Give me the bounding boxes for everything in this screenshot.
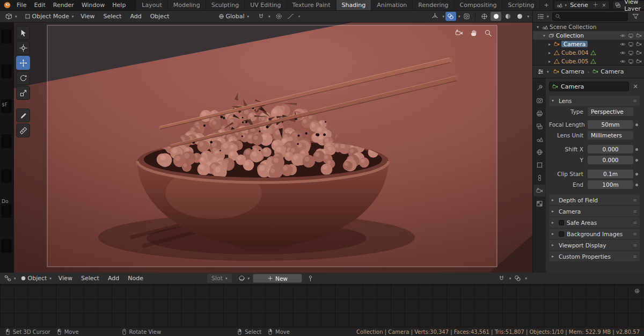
expand-icon[interactable]: ▸ <box>547 42 552 47</box>
new-material-button[interactable]: New <box>253 274 302 283</box>
editor-type-button[interactable]: ▾ <box>536 12 550 20</box>
snapping-dropdown[interactable]: ▾ <box>509 276 511 281</box>
view-layer-selector[interactable]: View Layer ✕ <box>612 1 644 10</box>
tab-view-layer[interactable] <box>533 120 545 132</box>
xray-toggle[interactable] <box>461 12 472 21</box>
background-images-panel-header[interactable]: ▸ Background Images ≡ <box>549 229 640 239</box>
menu-file[interactable]: File <box>13 1 30 10</box>
focal-length-field[interactable]: 50mm <box>588 120 633 129</box>
expand-icon[interactable]: ▸ <box>547 59 552 64</box>
search-input[interactable] <box>563 13 625 19</box>
outliner-row-camera[interactable]: ▸ Camera <box>533 40 644 48</box>
scene-selector[interactable]: ▾ Scene ✕ <box>554 1 610 10</box>
tab-rendering[interactable]: Rendering <box>413 0 454 10</box>
panel-grip-icon[interactable]: ≡ <box>633 254 637 259</box>
shift-y-field[interactable]: 0.000 <box>588 156 633 164</box>
camera-view-icon[interactable] <box>454 28 464 38</box>
select-box-tool[interactable] <box>16 26 30 40</box>
tab-modeling[interactable]: Modeling <box>168 0 206 10</box>
shading-rendered-button[interactable] <box>514 12 525 21</box>
viewport-3d[interactable]: $F Do <box>0 23 532 273</box>
tab-constraints[interactable] <box>533 172 545 184</box>
proportional-editing-toggle[interactable] <box>274 12 284 21</box>
rotate-tool[interactable] <box>16 71 30 85</box>
panel-grip-icon[interactable]: ≡ <box>633 198 637 203</box>
viewport-menu-object[interactable]: Object <box>147 12 173 21</box>
move-tool[interactable] <box>16 56 30 70</box>
clip-end-field[interactable]: 100m <box>588 180 633 189</box>
disable-render-icon[interactable] <box>636 50 642 56</box>
lens-panel-header[interactable]: ▾ Lens ≡ <box>549 96 640 106</box>
disable-viewport-icon[interactable] <box>628 33 634 39</box>
hide-eye-icon[interactable] <box>620 41 626 47</box>
menu-help[interactable]: Help <box>108 1 129 10</box>
pan-hand-icon[interactable] <box>469 28 478 38</box>
tab-texture-paint[interactable]: Texture Paint <box>287 0 336 10</box>
shader-menu-add[interactable]: Add <box>104 274 123 283</box>
menu-render[interactable]: Render <box>49 1 78 10</box>
filter-icon[interactable] <box>630 12 641 21</box>
shift-x-field[interactable]: 0.000 <box>588 145 633 154</box>
expand-sidebar-button[interactable]: ⊕ <box>634 287 640 295</box>
editor-type-button[interactable]: ▾ <box>3 274 17 282</box>
disable-viewport-icon[interactable] <box>628 50 634 56</box>
outliner-row-cube005[interactable]: ▸ Cube.005 <box>533 57 644 65</box>
overlays-dropdown[interactable]: ▾ <box>458 14 460 19</box>
tab-layout[interactable]: Layout <box>136 0 167 10</box>
panel-grip-icon[interactable]: ≡ <box>633 209 637 214</box>
unlink-data-button[interactable]: ✕ <box>631 83 640 90</box>
animate-dot[interactable] <box>633 173 640 176</box>
clip-start-field[interactable]: 0.1m <box>588 170 633 178</box>
annotate-tool[interactable] <box>16 108 30 122</box>
hide-eye-icon[interactable] <box>620 33 626 39</box>
shader-menu-view[interactable]: View <box>55 274 76 283</box>
hide-eye-icon[interactable] <box>620 59 626 64</box>
disable-render-icon[interactable] <box>636 41 642 47</box>
menu-window[interactable]: Window <box>78 1 108 10</box>
animate-dot[interactable] <box>633 159 640 162</box>
safe-areas-panel-header[interactable]: ▸ Safe Areas ≡ <box>549 217 640 228</box>
expand-icon[interactable]: ▸ <box>547 50 552 55</box>
tab-scripting[interactable]: Scripting <box>502 0 540 10</box>
tab-output[interactable] <box>533 107 545 119</box>
editor-type-button[interactable]: ▾ <box>536 68 550 76</box>
zoom-icon[interactable] <box>483 28 493 38</box>
viewport-menu-add[interactable]: Add <box>126 12 145 21</box>
panel-grip-icon[interactable]: ≡ <box>633 98 637 104</box>
tab-compositing[interactable]: Compositing <box>455 0 503 10</box>
browse-material-button[interactable]: ▾ <box>236 274 252 282</box>
pin-button[interactable] <box>305 274 316 283</box>
overlays-dropdown[interactable]: ▾ <box>525 276 527 281</box>
panel-grip-icon[interactable]: ≡ <box>633 231 637 237</box>
outliner-search[interactable] <box>552 12 628 21</box>
overlays-toggle[interactable] <box>512 274 523 283</box>
tab-animation[interactable]: Animation <box>371 0 413 10</box>
outliner-row-scene-collection[interactable]: ▾ Scene Collection <box>533 23 644 31</box>
expand-icon[interactable]: ▾ <box>541 33 547 38</box>
viewport-canvas[interactable] <box>0 23 532 273</box>
viewport-menu-select[interactable]: Select <box>99 12 125 21</box>
panel-grip-icon[interactable]: ≡ <box>633 220 637 225</box>
breadcrumb-data[interactable]: Camera <box>590 68 626 76</box>
shading-dropdown[interactable]: ▾ <box>527 14 529 19</box>
lens-type-dropdown[interactable]: Perspective <box>588 107 633 116</box>
gizmos-dropdown[interactable]: ▾ <box>442 14 444 19</box>
tab-scene[interactable] <box>533 133 545 145</box>
depth-of-field-panel-header[interactable]: ▸Depth of Field ≡ <box>549 195 640 205</box>
camera-panel-header[interactable]: ▸Camera ≡ <box>549 206 640 216</box>
disable-viewport-icon[interactable] <box>628 41 634 47</box>
shader-menu-select[interactable]: Select <box>77 274 103 283</box>
shader-node-canvas[interactable]: ⊕ <box>0 284 644 326</box>
add-workspace-button[interactable]: + <box>540 0 553 10</box>
shading-solid-button[interactable] <box>491 12 501 21</box>
viewport-menu-view[interactable]: View <box>77 12 98 21</box>
shading-wireframe-button[interactable] <box>479 12 489 21</box>
animate-dot[interactable] <box>633 123 640 126</box>
new-scene-button[interactable] <box>591 2 599 9</box>
tab-render[interactable] <box>533 94 545 106</box>
slot-selector[interactable]: Slot ▾ <box>207 274 232 283</box>
transform-orientation-selector[interactable]: Global ▾ <box>216 12 252 20</box>
panel-grip-icon[interactable]: ≡ <box>633 243 637 248</box>
mode-selector[interactable]: Object Mode ▾ <box>23 12 76 20</box>
viewport-display-panel-header[interactable]: ▸Viewport Display ≡ <box>549 240 640 250</box>
